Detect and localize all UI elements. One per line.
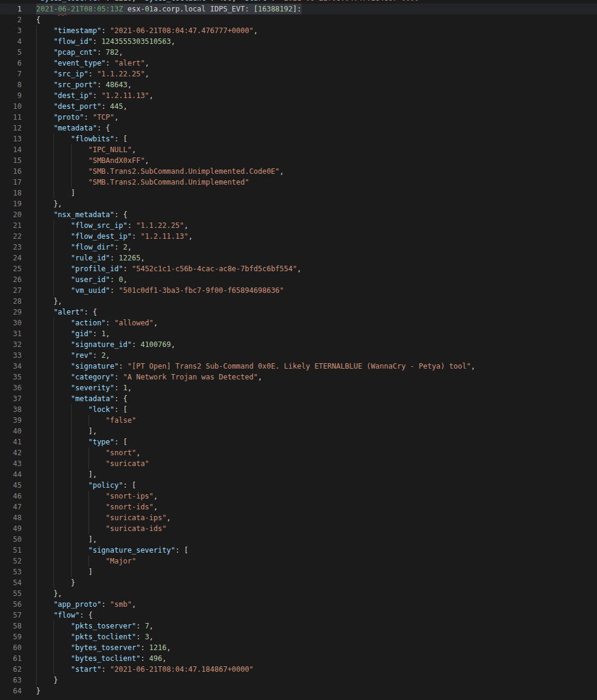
line-number[interactable]: 51 bbox=[0, 545, 22, 556]
line-text[interactable]: "flowbits": [ bbox=[71, 134, 128, 144]
code-line[interactable]: 4"flow_id": 1243555303510563, bbox=[0, 36, 597, 47]
line-number[interactable]: 25 bbox=[0, 263, 22, 274]
code-line[interactable]: 38"lock": [ bbox=[0, 404, 597, 415]
line-text[interactable]: "profile_id": "5452c1c1-c56b-4cac-ac8e-7… bbox=[71, 263, 302, 274]
code-line[interactable]: 30"action": "allowed", bbox=[0, 318, 597, 328]
code-line[interactable]: 54} bbox=[0, 577, 597, 588]
code-line[interactable]: 61"bytes_toclient": 496, bbox=[0, 653, 597, 664]
line-number[interactable]: 61 bbox=[0, 653, 22, 664]
line-text[interactable]: "app_proto": "smb", bbox=[54, 599, 136, 610]
line-text[interactable]: ] bbox=[71, 188, 75, 198]
code-line[interactable]: 55}, bbox=[0, 588, 597, 599]
line-text[interactable]: }, bbox=[54, 588, 62, 599]
line-number[interactable]: 56 bbox=[0, 599, 22, 610]
line-number[interactable]: 60 bbox=[0, 642, 22, 653]
code-line[interactable]: 53] bbox=[0, 566, 597, 577]
line-text[interactable]: "dest_port": 445, bbox=[54, 101, 128, 112]
line-number[interactable]: 44 bbox=[0, 469, 22, 480]
code-line[interactable]: 34"signature": "[PT Open] Trans2 Sub-Com… bbox=[0, 361, 597, 372]
code-line[interactable]: 44], bbox=[0, 469, 597, 480]
code-line[interactable]: 5"pcap_cnt": 782, bbox=[0, 47, 597, 58]
line-number[interactable]: 43 bbox=[0, 458, 22, 469]
line-text[interactable]: "src_port": 48643, bbox=[54, 79, 132, 90]
line-number[interactable]: 22 bbox=[0, 231, 22, 242]
code-line[interactable]: 59"pkts_toclient": 3, bbox=[0, 631, 597, 642]
line-text[interactable]: "metadata": { bbox=[71, 393, 128, 404]
line-text[interactable]: "flow": { bbox=[54, 610, 93, 621]
code-line[interactable]: 50], bbox=[0, 534, 597, 545]
line-text[interactable]: "SMB.Trans2.SubCommand.Unimplemented" bbox=[88, 177, 249, 188]
code-line[interactable]: 13"flowbits": [ bbox=[0, 134, 597, 144]
code-line[interactable]: 42"snort", bbox=[0, 447, 597, 458]
line-number[interactable]: 5 bbox=[0, 47, 22, 58]
line-number[interactable]: 37 bbox=[0, 393, 22, 404]
code-line[interactable]: 63} bbox=[0, 675, 597, 686]
line-number[interactable]: 41 bbox=[0, 437, 22, 447]
line-number[interactable]: 49 bbox=[0, 523, 22, 534]
line-text[interactable]: "suricata-ips", bbox=[106, 512, 171, 523]
line-text[interactable]: "signature": "[PT Open] Trans2 Sub-Comma… bbox=[71, 361, 475, 372]
line-number[interactable]: 21 bbox=[0, 220, 22, 231]
code-line[interactable]: 12021-06-21T08:05:13Z esx-01a.corp.local… bbox=[0, 4, 597, 14]
line-text[interactable]: "proto": "TCP", bbox=[54, 112, 119, 123]
line-number[interactable]: 42 bbox=[0, 447, 22, 458]
line-text[interactable]: "pkts_toserver": 7, bbox=[71, 621, 153, 631]
line-text[interactable]: "rule_id": 12265, bbox=[71, 253, 145, 263]
line-number[interactable]: 62 bbox=[0, 664, 22, 675]
line-number[interactable]: 24 bbox=[0, 253, 22, 263]
line-number[interactable]: 34 bbox=[0, 361, 22, 372]
code-line[interactable]: 60"bytes_toserver": 1216, bbox=[0, 642, 597, 653]
code-line[interactable]: 56"app_proto": "smb", bbox=[0, 599, 597, 610]
line-number[interactable]: 3 bbox=[0, 25, 22, 36]
line-text[interactable]: "false" bbox=[106, 415, 137, 426]
code-line[interactable]: 36"severity": 1, bbox=[0, 382, 597, 393]
line-number[interactable]: 4 bbox=[0, 36, 22, 47]
line-number[interactable]: 1 bbox=[0, 4, 22, 14]
code-line[interactable]: 10"dest_port": 445, bbox=[0, 101, 597, 112]
line-text[interactable]: "lock": [ bbox=[88, 404, 128, 415]
code-line[interactable]: 31"gid": 1, bbox=[0, 328, 597, 339]
line-number[interactable]: 20 bbox=[0, 209, 22, 220]
line-text[interactable]: "signature_severity": [ bbox=[88, 545, 188, 556]
line-text[interactable]: ], bbox=[88, 534, 97, 545]
line-text[interactable]: }, bbox=[54, 198, 62, 209]
code-line[interactable]: 21"flow_src_ip": "1.1.22.25", bbox=[0, 220, 597, 231]
code-line[interactable]: 49"suricata-ids" bbox=[0, 523, 597, 534]
code-line[interactable]: 17"SMB.Trans2.SubCommand.Unimplemented" bbox=[0, 177, 597, 188]
line-text[interactable]: "nsx_metadata": { bbox=[54, 209, 128, 220]
code-line[interactable]: 9"dest_ip": "1.2.11.13", bbox=[0, 90, 597, 101]
line-text[interactable]: "suricata" bbox=[106, 458, 149, 469]
line-text[interactable]: "action": "allowed", bbox=[71, 318, 158, 328]
line-text[interactable]: "suricata-ids" bbox=[106, 523, 167, 534]
line-number[interactable]: 28 bbox=[0, 296, 22, 307]
line-text[interactable]: "pcap_cnt": 782, bbox=[54, 47, 123, 58]
line-number[interactable]: 31 bbox=[0, 328, 22, 339]
line-number[interactable]: 16 bbox=[0, 166, 22, 177]
line-text[interactable]: "bytes_toserver": 1216, bbox=[71, 642, 171, 653]
line-number[interactable]: 14 bbox=[0, 144, 22, 155]
line-number[interactable]: 18 bbox=[0, 188, 22, 198]
line-number[interactable]: 53 bbox=[0, 566, 22, 577]
code-line[interactable]: 14"IPC_NULL", bbox=[0, 144, 597, 155]
code-line[interactable]: 64} bbox=[0, 686, 597, 696]
line-text[interactable]: "user_id": 0, bbox=[71, 274, 128, 285]
line-text[interactable]: "Major" bbox=[106, 556, 137, 566]
code-line[interactable]: 18] bbox=[0, 188, 597, 198]
line-text[interactable]: 2021-06-21T08:05:13Z esx-01a.corp.local … bbox=[36, 4, 302, 14]
code-line[interactable]: 41"type": [ bbox=[0, 437, 597, 447]
line-number[interactable]: 39 bbox=[0, 415, 22, 426]
line-number[interactable]: 57 bbox=[0, 610, 22, 621]
code-line[interactable]: 33"rev": 2, bbox=[0, 350, 597, 361]
line-text[interactable]: } bbox=[71, 577, 75, 588]
line-text[interactable]: "snort", bbox=[106, 447, 141, 458]
line-text[interactable]: "rev": 2, bbox=[71, 350, 110, 361]
code-line[interactable]: 24"rule_id": 12265, bbox=[0, 253, 597, 263]
line-text[interactable]: ], bbox=[88, 469, 97, 480]
code-line[interactable]: 52"Major" bbox=[0, 556, 597, 566]
line-text[interactable]: "IPC_NULL", bbox=[88, 144, 136, 155]
line-text[interactable]: "flow_src_ip": "1.1.22.25", bbox=[71, 220, 188, 231]
line-number[interactable]: 13 bbox=[0, 134, 22, 144]
line-number[interactable]: 46 bbox=[0, 491, 22, 502]
line-number[interactable]: 55 bbox=[0, 588, 22, 599]
line-number[interactable]: 47 bbox=[0, 502, 22, 512]
